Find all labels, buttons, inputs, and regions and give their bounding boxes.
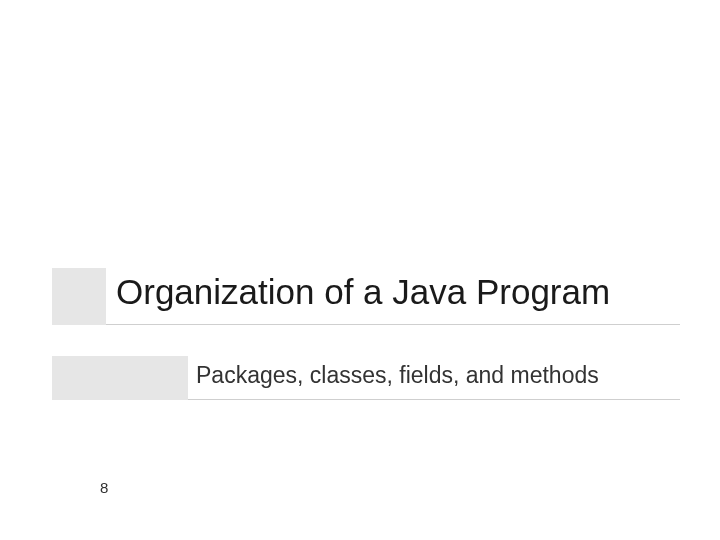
title-block: Organization of a Java Program xyxy=(52,268,680,325)
slide-subtitle: Packages, classes, fields, and methods xyxy=(196,362,680,389)
slide: Organization of a Java Program Packages,… xyxy=(0,0,720,540)
title-accent-bar xyxy=(52,268,106,325)
page-number: 8 xyxy=(100,479,108,496)
title-text-wrap: Organization of a Java Program xyxy=(106,268,680,325)
subtitle-block: Packages, classes, fields, and methods xyxy=(52,356,680,400)
subtitle-text-wrap: Packages, classes, fields, and methods xyxy=(188,356,680,400)
slide-title: Organization of a Java Program xyxy=(116,272,680,312)
subtitle-accent-bar xyxy=(52,356,188,400)
